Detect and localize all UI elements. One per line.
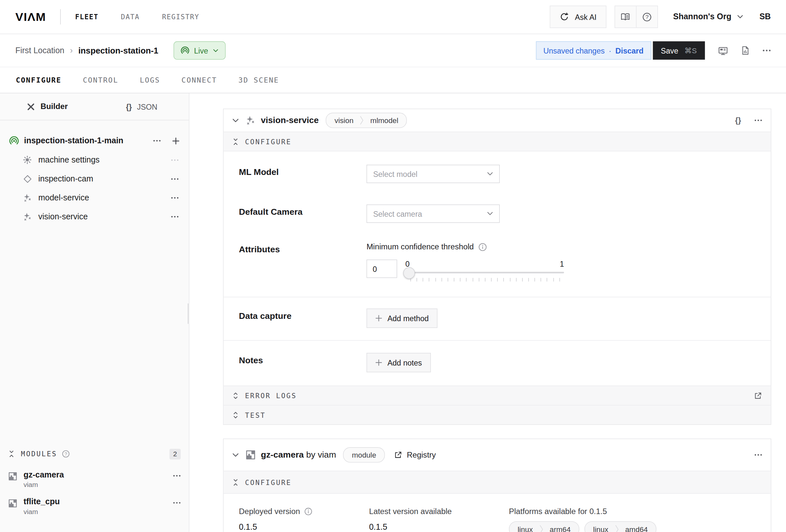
nav-item-registry[interactable]: REGISTRY [162, 13, 199, 21]
platform-os: linux [586, 525, 615, 532]
service-sparkle-icon [23, 193, 32, 202]
threshold-input[interactable] [367, 260, 397, 278]
org-switcher[interactable]: Shannon's Org [673, 13, 743, 22]
tree-item-machine-settings[interactable]: machine settings [7, 150, 182, 169]
default-camera-select[interactable]: Select camera [367, 204, 500, 223]
help-button[interactable]: ? [636, 6, 657, 28]
module-list-item-gz-camera[interactable]: gz-camera viam [8, 470, 181, 489]
module-name: gz-camera [24, 470, 64, 480]
threshold-controls: 0 1 [367, 260, 564, 281]
machine-report-button[interactable] [741, 46, 749, 55]
tab-configure[interactable]: CONFIGURE [16, 76, 62, 84]
ellipsis-menu-icon[interactable] [153, 140, 161, 142]
ask-ai-button[interactable]: Ask AI [550, 5, 606, 28]
unsaved-changes-banner: Unsaved changes · Discard [536, 42, 651, 60]
module-icon [246, 450, 256, 460]
collapse-section-icon[interactable] [8, 451, 15, 458]
collapse-card-icon[interactable] [232, 118, 239, 123]
module-icon [8, 471, 17, 481]
deployed-version-header: Deployed version [239, 507, 369, 516]
breadcrumb-location[interactable]: First Location [15, 46, 64, 55]
platform-pills: linux arm64 linux [509, 521, 656, 532]
platform-pill-linux-amd64: linux amd64 [584, 521, 656, 532]
module-info: gz-camera viam [24, 470, 64, 489]
slider-track[interactable] [404, 272, 564, 273]
expand-section-icon[interactable] [232, 392, 239, 399]
tag-module: module [345, 451, 383, 459]
info-icon[interactable] [304, 508, 312, 516]
nav-item-data[interactable]: DATA [121, 13, 139, 21]
error-logs-label: ERROR LOGS [245, 391, 297, 400]
ellipsis-menu-icon[interactable] [171, 215, 178, 217]
nav-item-fleet[interactable]: FLEET [75, 13, 98, 21]
ellipsis-menu-icon[interactable] [754, 119, 762, 121]
ellipsis-menu-icon[interactable] [171, 196, 178, 198]
module-org: viam [24, 508, 60, 515]
collapse-card-icon[interactable] [232, 453, 239, 457]
add-method-button[interactable]: Add method [367, 309, 437, 328]
discard-button[interactable]: Discard [616, 46, 644, 55]
ellipsis-menu-icon[interactable] [173, 502, 181, 504]
collapse-section-icon[interactable] [232, 138, 239, 145]
tab-connect[interactable]: CONNECT [182, 76, 217, 84]
platform-arch: arm64 [543, 525, 577, 532]
machine-overflow-menu[interactable] [762, 50, 771, 52]
json-mode-button[interactable]: {} JSON [94, 93, 189, 120]
card-title: vision-service [261, 115, 319, 125]
tree-item-vision-service[interactable]: vision-service [7, 207, 182, 226]
tools-icon [27, 102, 36, 111]
tag-separator-icon [360, 115, 364, 126]
user-avatar[interactable]: SB [760, 13, 771, 22]
save-button[interactable]: Save ⌘S [653, 42, 705, 60]
notes-section: Notes Add notes [224, 340, 771, 385]
edit-json-icon[interactable]: {} [735, 116, 741, 125]
live-status-label: Live [194, 46, 208, 55]
external-link-icon[interactable] [754, 391, 762, 400]
notes-label: Notes [239, 353, 367, 372]
content-area: Builder {} JSON inspection [0, 93, 786, 532]
ellipsis-menu-icon[interactable] [171, 159, 178, 161]
chevron-down-icon [487, 172, 493, 176]
deployed-version-label: Deployed version [239, 507, 300, 516]
plus-icon [375, 359, 382, 366]
nav-divider [61, 9, 61, 24]
collapse-section-icon[interactable] [232, 479, 239, 486]
add-notes-button[interactable]: Add notes [367, 353, 431, 372]
module-list-item-tflite-cpu[interactable]: tflite_cpu viam [8, 497, 181, 515]
help-circle-icon[interactable]: ? [62, 450, 70, 458]
tab-logs[interactable]: LOGS [140, 76, 160, 84]
tab-3d-scene[interactable]: 3D SCENE [238, 76, 279, 84]
expand-section-icon[interactable] [232, 411, 239, 418]
machine-monitor-button[interactable] [718, 46, 728, 55]
test-label: TEST [245, 411, 265, 419]
service-sparkle-icon [23, 212, 32, 221]
registry-link[interactable]: Registry [394, 451, 436, 460]
tree-item-inspection-cam[interactable]: inspection-cam [7, 169, 182, 188]
tab-control[interactable]: CONTROL [83, 76, 119, 84]
org-name: Shannon's Org [673, 13, 732, 22]
live-status-dropdown[interactable]: Live [174, 42, 225, 60]
ellipsis-menu-icon[interactable] [171, 178, 178, 180]
module-versions-row: Deployed version 0.1.5 Latest version av… [224, 494, 771, 532]
vision-service-card-header: vision-service vision mlmodel {} [224, 109, 771, 131]
builder-mode-button[interactable]: Builder [0, 93, 94, 120]
tree-item-label: inspection-cam [38, 174, 93, 184]
error-logs-strip: ERROR LOGS [224, 385, 771, 405]
add-component-button[interactable] [172, 137, 180, 145]
ml-model-select[interactable]: Select model [367, 165, 500, 183]
info-icon[interactable] [478, 242, 487, 251]
tree-item-model-service[interactable]: model-service [7, 188, 182, 207]
tree-item-main-part[interactable]: inspection-station-1-main [7, 131, 182, 150]
viam-logo[interactable]: VIΛM [15, 10, 46, 24]
ellipsis-menu-icon[interactable] [173, 475, 181, 477]
ellipsis-menu-icon[interactable] [754, 454, 762, 456]
data-capture-section: Data capture Add method [224, 297, 771, 340]
documentation-button[interactable] [615, 6, 636, 28]
view-mode-toggle: Builder {} JSON [0, 93, 189, 120]
json-label: JSON [137, 102, 158, 111]
main-part-name: inspection-station-1-main [24, 136, 123, 145]
ai-sparkle-refresh-icon [560, 13, 570, 22]
book-icon [620, 13, 630, 21]
slider-handle[interactable] [403, 267, 415, 279]
add-notes-label: Add notes [388, 358, 422, 367]
